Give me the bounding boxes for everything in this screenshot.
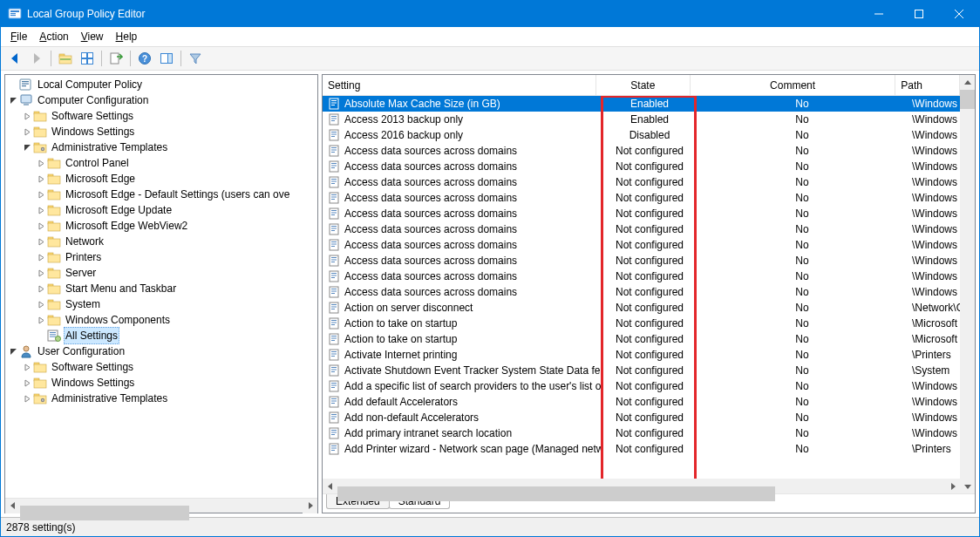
scroll-left-icon[interactable] (5, 499, 20, 513)
tree-item-at-0[interactable]: Control Panel (7, 155, 317, 171)
list-row[interactable]: Access data sources across domainsNot co… (323, 143, 960, 159)
tree-item-all-settings[interactable]: All Settings (7, 328, 317, 343)
list-row[interactable]: Action to take on startupNot configuredN… (323, 316, 960, 331)
column-comment[interactable]: Comment (691, 75, 895, 95)
show-tree-button[interactable] (55, 49, 76, 68)
list-row[interactable]: Access data sources across domainsNot co… (323, 253, 960, 268)
list-row[interactable]: Add a specific list of search providers … (323, 378, 960, 394)
tree-item-uc-1[interactable]: Windows Settings (7, 375, 317, 391)
menu-file[interactable]: File (4, 29, 33, 44)
tree-item-at-4[interactable]: Microsoft Edge WebView2 (7, 218, 317, 234)
setting-icon (328, 286, 341, 299)
expand-icon[interactable] (35, 157, 47, 169)
column-setting[interactable]: Setting (323, 75, 596, 95)
list-horizontal-scrollbar[interactable] (323, 479, 960, 493)
tree-item-admin-templates[interactable]: Administrative Templates (7, 139, 317, 155)
list-row[interactable]: Add primary intranet search locationNot … (323, 425, 960, 441)
column-state[interactable]: State (596, 75, 691, 95)
menu-help[interactable]: Help (110, 29, 144, 44)
list-row[interactable]: Activate Internet printingNot configured… (323, 347, 960, 363)
tree-item-at-2[interactable]: Microsoft Edge - Default Settings (users… (7, 187, 317, 202)
collapse-icon[interactable] (7, 94, 19, 106)
close-button[interactable] (939, 1, 979, 27)
scroll-right-icon[interactable] (303, 499, 317, 513)
setting-name: Access data sources across domains (344, 223, 517, 235)
expand-icon[interactable] (35, 282, 47, 295)
settings-folder-icon (33, 140, 47, 154)
list-row[interactable]: Access data sources across domainsNot co… (323, 221, 960, 237)
expand-icon[interactable] (35, 235, 47, 248)
list-row[interactable]: Access 2016 backup onlyDisabledNo\Window… (323, 127, 960, 143)
tree-item-cc-1[interactable]: Windows Settings (7, 124, 317, 139)
menu-action[interactable]: Action (33, 29, 74, 44)
expand-icon[interactable] (35, 251, 47, 263)
filter-button[interactable] (185, 49, 206, 68)
list-row[interactable]: Access 2013 backup onlyEnabledNo\Windows… (323, 112, 960, 127)
minimize-button[interactable] (859, 1, 899, 27)
expand-icon[interactable] (35, 298, 47, 310)
tree-horizontal-scrollbar[interactable] (5, 498, 317, 513)
tree-item-at-8[interactable]: Start Menu and Taskbar (7, 281, 317, 296)
tree-item-at-9[interactable]: System (7, 296, 317, 312)
tree-item-at-10[interactable]: Windows Components (7, 312, 317, 328)
svg-rect-93 (330, 193, 338, 203)
list-row[interactable]: Access data sources across domainsNot co… (323, 284, 960, 300)
collapse-icon[interactable] (7, 345, 19, 357)
expand-icon[interactable] (35, 204, 47, 216)
tree-item-cc-0[interactable]: Software Settings (7, 108, 317, 124)
scrollbar-thumb[interactable] (960, 90, 975, 109)
tree-item-user-configuration[interactable]: User Configuration (7, 343, 317, 359)
tree-item-at-7[interactable]: Server (7, 265, 317, 281)
scroll-right-icon[interactable] (945, 479, 960, 493)
tree-item-at-1[interactable]: Microsoft Edge (7, 171, 317, 187)
expand-icon[interactable] (35, 267, 47, 279)
tree-item-at-5[interactable]: Network (7, 234, 317, 249)
list-row[interactable]: Add default AcceleratorsNot configuredNo… (323, 394, 960, 410)
expand-icon[interactable] (21, 110, 33, 122)
expand-icon[interactable] (21, 377, 33, 389)
list-row[interactable]: Access data sources across domainsNot co… (323, 159, 960, 174)
collapse-icon[interactable] (21, 141, 33, 153)
expand-icon[interactable] (35, 188, 47, 201)
menu-view[interactable]: View (75, 29, 110, 44)
list-row[interactable]: Access data sources across domainsNot co… (323, 190, 960, 206)
expand-icon[interactable] (21, 392, 33, 404)
scrollbar-thumb[interactable] (20, 506, 189, 520)
setting-comment: No (698, 333, 907, 345)
expand-icon[interactable] (21, 361, 33, 373)
help-button[interactable]: ? (134, 49, 155, 68)
properties-button[interactable] (77, 49, 98, 68)
list-row[interactable]: Add Printer wizard - Network scan page (… (323, 441, 960, 457)
list-row[interactable]: Access data sources across domainsNot co… (323, 268, 960, 284)
tree-item-root[interactable]: Local Computer Policy (7, 77, 317, 92)
action-pane-button[interactable] (156, 49, 177, 68)
list-row[interactable]: Access data sources across domainsNot co… (323, 206, 960, 221)
tree-item-at-3[interactable]: Microsoft Edge Update (7, 202, 317, 218)
expand-icon[interactable] (35, 220, 47, 232)
expand-icon[interactable] (21, 126, 33, 138)
tree-item-computer-configuration[interactable]: Computer Configuration (7, 92, 317, 108)
scroll-up-icon[interactable] (960, 75, 975, 90)
tree-item-uc-0[interactable]: Software Settings (7, 359, 317, 375)
list-row[interactable]: Activate Shutdown Event Tracker System S… (323, 363, 960, 378)
column-path[interactable]: Path (895, 75, 960, 95)
expand-icon[interactable] (35, 314, 47, 326)
list-row[interactable]: Absolute Max Cache Size (in GB)EnabledNo… (323, 96, 960, 112)
maximize-button[interactable] (899, 1, 939, 27)
setting-state: Not configured (602, 223, 698, 235)
tree-item-uc-2[interactable]: Administrative Templates (7, 391, 317, 406)
scrollbar-thumb[interactable] (337, 486, 775, 501)
expand-icon[interactable] (35, 173, 47, 185)
scroll-left-icon[interactable] (323, 479, 337, 493)
list-row[interactable]: Action on server disconnectNot configure… (323, 300, 960, 316)
forward-button[interactable] (26, 49, 47, 68)
scroll-down-icon[interactable] (960, 479, 975, 493)
back-button[interactable] (4, 49, 25, 68)
tree-item-at-6[interactable]: Printers (7, 249, 317, 265)
list-row[interactable]: Action to take on startupNot configuredN… (323, 331, 960, 347)
export-list-button[interactable] (105, 49, 126, 68)
list-row[interactable]: Access data sources across domainsNot co… (323, 174, 960, 190)
list-vertical-scrollbar[interactable] (960, 75, 975, 493)
list-row[interactable]: Add non-default AcceleratorsNot configur… (323, 410, 960, 425)
list-row[interactable]: Access data sources across domainsNot co… (323, 237, 960, 253)
